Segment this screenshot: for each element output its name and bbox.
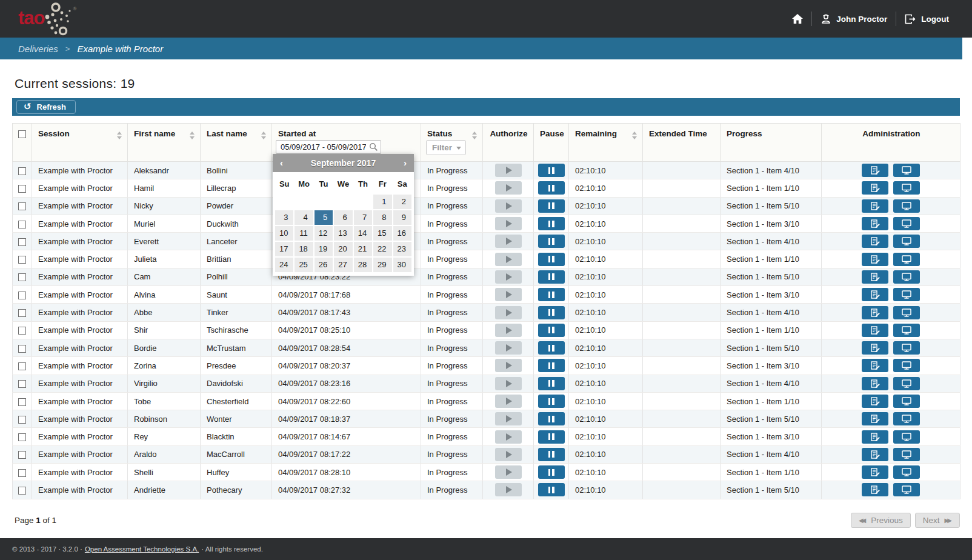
day-cell[interactable]: 15 xyxy=(373,226,391,241)
authorize-button[interactable] xyxy=(495,270,522,284)
row-checkbox[interactable] xyxy=(18,451,26,459)
report-button[interactable] xyxy=(862,288,888,301)
day-cell[interactable]: 9 xyxy=(393,210,411,225)
authorize-button[interactable] xyxy=(495,359,522,372)
day-cell[interactable]: 24 xyxy=(275,258,293,272)
row-checkbox[interactable] xyxy=(18,398,26,406)
sort-icon[interactable] xyxy=(261,132,266,139)
authorize-button[interactable] xyxy=(495,253,522,266)
day-cell[interactable]: 20 xyxy=(334,242,352,256)
row-checkbox[interactable] xyxy=(18,202,26,210)
monitor-button[interactable] xyxy=(893,181,920,195)
day-cell[interactable]: 18 xyxy=(295,242,313,256)
authorize-button[interactable] xyxy=(495,341,522,355)
row-checkbox[interactable] xyxy=(18,309,26,317)
monitor-button[interactable] xyxy=(893,395,920,408)
row-checkbox[interactable] xyxy=(18,292,26,299)
tao-logo[interactable]: tao ® xyxy=(18,1,76,36)
row-checkbox[interactable] xyxy=(18,345,26,353)
monitor-button[interactable] xyxy=(893,448,920,461)
monitor-button[interactable] xyxy=(893,430,920,444)
previous-month-button[interactable]: ‹ xyxy=(276,156,287,170)
authorize-button[interactable] xyxy=(495,448,522,461)
report-button[interactable] xyxy=(862,377,888,390)
day-cell[interactable]: 19 xyxy=(315,242,333,256)
row-checkbox[interactable] xyxy=(18,487,26,495)
day-cell[interactable]: 11 xyxy=(295,226,313,241)
pause-button[interactable] xyxy=(538,395,565,408)
monitor-button[interactable] xyxy=(893,306,920,319)
report-button[interactable] xyxy=(862,253,888,266)
date-range-input[interactable] xyxy=(276,140,381,154)
search-icon[interactable] xyxy=(369,142,378,152)
pause-button[interactable] xyxy=(538,181,565,195)
monitor-button[interactable] xyxy=(893,288,920,301)
authorize-button[interactable] xyxy=(495,164,522,177)
row-checkbox[interactable] xyxy=(18,185,26,193)
row-checkbox[interactable] xyxy=(18,433,26,441)
user-menu[interactable]: John Proctor xyxy=(821,13,887,24)
monitor-button[interactable] xyxy=(893,359,920,372)
pause-button[interactable] xyxy=(538,253,565,266)
pause-button[interactable] xyxy=(538,306,565,319)
pause-button[interactable] xyxy=(538,483,565,496)
authorize-button[interactable] xyxy=(495,395,522,408)
day-cell[interactable]: 28 xyxy=(354,258,372,272)
monitor-button[interactable] xyxy=(893,253,920,266)
authorize-button[interactable] xyxy=(495,288,522,301)
day-cell[interactable]: 5 xyxy=(315,210,333,225)
monitor-button[interactable] xyxy=(893,412,920,425)
pause-button[interactable] xyxy=(538,412,565,425)
row-checkbox[interactable] xyxy=(18,416,26,424)
report-button[interactable] xyxy=(862,359,888,372)
monitor-button[interactable] xyxy=(893,217,920,230)
day-cell[interactable]: 2 xyxy=(393,195,411,209)
report-button[interactable] xyxy=(862,306,888,319)
report-button[interactable] xyxy=(862,395,888,408)
day-cell[interactable]: 13 xyxy=(334,226,352,241)
authorize-button[interactable] xyxy=(495,199,522,213)
sort-icon[interactable] xyxy=(190,132,195,139)
monitor-button[interactable] xyxy=(893,341,920,355)
pause-button[interactable] xyxy=(538,235,565,248)
row-checkbox[interactable] xyxy=(18,380,26,388)
authorize-button[interactable] xyxy=(495,377,522,390)
authorize-button[interactable] xyxy=(495,181,522,195)
row-checkbox[interactable] xyxy=(18,256,26,264)
day-cell[interactable]: 26 xyxy=(315,258,333,272)
monitor-button[interactable] xyxy=(893,270,920,284)
report-button[interactable] xyxy=(862,465,888,479)
monitor-button[interactable] xyxy=(893,199,920,213)
pause-button[interactable] xyxy=(538,430,565,444)
report-button[interactable] xyxy=(862,181,888,195)
monitor-button[interactable] xyxy=(893,324,920,337)
next-page-button[interactable]: Next ▶▶ xyxy=(915,513,960,528)
report-button[interactable] xyxy=(862,235,888,248)
status-filter-select[interactable]: Filter xyxy=(426,140,466,155)
monitor-button[interactable] xyxy=(893,465,920,479)
day-cell[interactable]: 30 xyxy=(393,258,411,272)
pause-button[interactable] xyxy=(538,377,565,390)
day-cell[interactable]: 7 xyxy=(354,210,372,225)
pause-button[interactable] xyxy=(538,270,565,284)
authorize-button[interactable] xyxy=(495,465,522,479)
day-cell[interactable]: 21 xyxy=(354,242,372,256)
logout-button[interactable]: Logout xyxy=(905,14,949,24)
report-button[interactable] xyxy=(862,448,888,461)
report-button[interactable] xyxy=(862,324,888,337)
sort-icon[interactable] xyxy=(117,132,122,139)
day-cell[interactable]: 17 xyxy=(275,242,293,256)
report-button[interactable] xyxy=(862,412,888,425)
pause-button[interactable] xyxy=(538,324,565,337)
pause-button[interactable] xyxy=(538,288,565,301)
pause-button[interactable] xyxy=(538,199,565,213)
next-month-button[interactable]: › xyxy=(400,156,410,170)
sort-icon[interactable] xyxy=(632,132,637,139)
authorize-button[interactable] xyxy=(495,217,522,230)
day-cell[interactable]: 23 xyxy=(393,242,411,256)
day-cell[interactable]: 4 xyxy=(295,210,313,225)
report-button[interactable] xyxy=(862,217,888,230)
authorize-button[interactable] xyxy=(495,235,522,248)
monitor-button[interactable] xyxy=(893,483,920,496)
home-button[interactable] xyxy=(792,14,803,24)
